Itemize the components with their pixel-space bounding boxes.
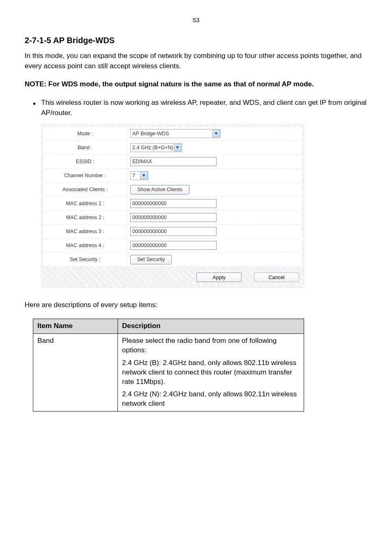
page-number: 53 — [25, 16, 367, 23]
label-mode: Mode : — [44, 127, 127, 140]
mac4-input[interactable]: 000000000000 — [130, 241, 217, 250]
desc-band-24b: 2.4 GHz (B): 2.4GHz band, only allows 80… — [122, 358, 300, 387]
mac2-input[interactable]: 000000000000 — [130, 213, 217, 222]
essid-input[interactable]: EDIMAX — [130, 157, 217, 166]
note-paragraph: NOTE: For WDS mode, the output signal na… — [25, 79, 367, 90]
band-select-value: 2.4 GHz (B+G+N) — [132, 145, 173, 150]
desc-header-desc: Description — [118, 319, 304, 333]
label-channel: Channel Number : — [44, 169, 127, 182]
label-set-security: Set Security : — [44, 253, 127, 266]
bullet-description: This wireless router is now working as w… — [25, 98, 367, 118]
label-mac3: MAC address 3 : — [44, 225, 127, 238]
label-mac1: MAC address 1 : — [44, 197, 127, 210]
label-assoc-clients: Associated Clients : — [44, 183, 127, 196]
chevron-down-icon — [140, 172, 148, 179]
panel-footer: Apply Cancel — [43, 267, 302, 286]
label-essid: ESSID : — [44, 155, 127, 168]
label-mac4: MAC address 4 : — [44, 239, 127, 252]
intro-paragraph: In this mode, you can expand the scope o… — [25, 51, 367, 71]
chevron-down-icon — [212, 130, 220, 137]
mode-select-value: AP Bridge-WDS — [132, 131, 212, 136]
cancel-button[interactable]: Cancel — [254, 273, 299, 282]
chevron-down-icon — [174, 144, 181, 151]
band-select[interactable]: 2.4 GHz (B+G+N) — [130, 143, 182, 152]
show-active-clients-button[interactable]: Show Active Clients — [130, 185, 189, 194]
channel-select[interactable]: 7 — [130, 171, 148, 180]
mac3-input[interactable]: 000000000000 — [130, 227, 217, 236]
apply-button[interactable]: Apply — [196, 273, 242, 282]
settings-table: Mode : AP Bridge-WDS Band : 2.4 GHz (B+G… — [43, 126, 302, 267]
section-heading: 2-7-1-5 AP Bridge-WDS — [25, 36, 367, 45]
mode-select[interactable]: AP Bridge-WDS — [130, 129, 221, 138]
set-security-button[interactable]: Set Security — [130, 255, 172, 264]
settings-panel: Mode : AP Bridge-WDS Band : 2.4 GHz (B+G… — [41, 125, 304, 288]
description-table: Item Name Description Band Please select… — [33, 319, 304, 412]
desc-band-24n: 2.4 GHz (N): 2.4GHz band, only allows 80… — [122, 390, 300, 409]
label-mac2: MAC address 2 : — [44, 211, 127, 224]
channel-select-value: 7 — [132, 173, 140, 178]
mac1-input[interactable]: 000000000000 — [130, 199, 217, 208]
desc-intro: Here are descriptions of every setup ite… — [25, 300, 367, 310]
desc-band-text: Please select the radio band from one of… — [118, 333, 304, 412]
desc-header-item: Item Name — [33, 319, 118, 333]
label-band: Band : — [44, 141, 127, 154]
desc-band-name: Band — [33, 333, 118, 412]
desc-band-intro: Please select the radio band from one of… — [122, 336, 300, 355]
